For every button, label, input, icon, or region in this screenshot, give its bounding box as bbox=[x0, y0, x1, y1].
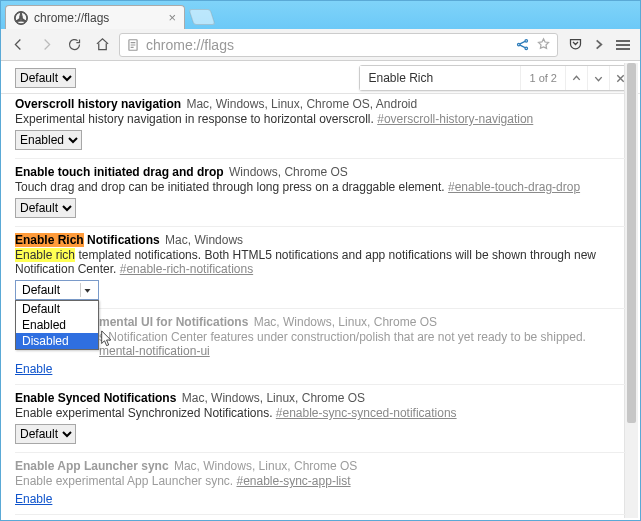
flag-desc: Enable experimental Synchronized Notific… bbox=[15, 406, 626, 420]
browser-tab[interactable]: chrome://flags × bbox=[5, 5, 185, 29]
flag-experimental-notification-ui: mental UI for Notifications Mac, Windows… bbox=[15, 309, 626, 385]
flag-platforms: Mac, Windows, Linux, Chrome OS, Android bbox=[186, 97, 417, 111]
dropdown-toggle[interactable]: Default bbox=[15, 280, 99, 300]
flag-title: Enable Rich Notifications bbox=[15, 233, 160, 247]
top-default-select[interactable]: Default bbox=[15, 68, 76, 88]
top-row: Default 1 of 2 bbox=[1, 61, 640, 94]
flag-title: Enable touch initiated drag and drop bbox=[15, 165, 224, 179]
browser-window: chrome://flags × bbox=[0, 0, 641, 521]
flag-platforms: Mac, Windows bbox=[165, 233, 243, 247]
flag-select-synced-notifications[interactable]: Default bbox=[15, 424, 76, 444]
flag-hash-link[interactable]: #enable-sync-synced-notifications bbox=[276, 406, 457, 420]
svg-point-3 bbox=[518, 43, 521, 46]
url-input[interactable] bbox=[146, 37, 509, 53]
find-in-page-bar: 1 of 2 bbox=[359, 65, 632, 91]
dropdown-list: Default Enabled Disabled bbox=[15, 300, 99, 350]
menu-button[interactable] bbox=[612, 34, 634, 56]
flag-platforms: Mac, Windows, Linux, Chrome OS bbox=[182, 391, 365, 405]
tab-strip: chrome://flags × bbox=[1, 1, 640, 29]
find-count: 1 of 2 bbox=[520, 66, 565, 90]
flag-select-rich-notifications[interactable]: Default Default Enabled Disabled bbox=[15, 280, 626, 300]
extensions-chevron-icon[interactable] bbox=[592, 34, 606, 56]
flag-hash-link[interactable]: mental-notification-ui bbox=[99, 344, 210, 358]
flag-touch-dnd: Enable touch initiated drag and drop Win… bbox=[15, 159, 626, 227]
flag-desc: s Notification Center features under con… bbox=[99, 330, 626, 344]
flag-synced-notifications: Enable Synced Notifications Mac, Windows… bbox=[15, 385, 626, 453]
flag-disable-full-history-sync: Disable full history sync Mac, Windows, … bbox=[15, 515, 626, 520]
flag-hash-link[interactable]: #enable-rich-notifications bbox=[120, 262, 253, 276]
svg-point-5 bbox=[525, 47, 528, 50]
flag-select-touch-dnd[interactable]: Default bbox=[15, 198, 76, 218]
flag-title: Enable App Launcher sync bbox=[15, 459, 169, 473]
home-button[interactable] bbox=[91, 34, 113, 56]
bookmark-star-icon[interactable] bbox=[536, 37, 551, 52]
find-prev-button[interactable] bbox=[565, 66, 587, 90]
flag-desc: Enable experimental App Launcher sync. #… bbox=[15, 474, 626, 488]
flag-rich-notifications: Enable Rich Notifications Mac, Windows E… bbox=[15, 227, 626, 309]
flag-desc: Touch drag and drop can be initiated thr… bbox=[15, 180, 626, 194]
flag-desc: Experimental history navigation in respo… bbox=[15, 112, 626, 126]
dropdown-option-default[interactable]: Default bbox=[16, 301, 98, 317]
svg-point-1 bbox=[20, 16, 22, 18]
flag-app-launcher-sync: Enable App Launcher sync Mac, Windows, L… bbox=[15, 453, 626, 515]
flag-title: Enable Synced Notifications bbox=[15, 391, 176, 405]
flag-hash-link[interactable]: #overscroll-history-navigation bbox=[377, 112, 533, 126]
flag-overscroll: Overscroll history navigation Mac, Windo… bbox=[15, 91, 626, 159]
toolbar bbox=[1, 29, 640, 61]
address-bar[interactable] bbox=[119, 33, 558, 57]
new-tab-button[interactable] bbox=[188, 9, 215, 25]
find-input[interactable] bbox=[360, 66, 520, 90]
flag-platforms: Windows, Chrome OS bbox=[229, 165, 348, 179]
svg-point-4 bbox=[525, 40, 528, 43]
flag-desc: Enable rich templated notifications. Bot… bbox=[15, 248, 626, 276]
back-button[interactable] bbox=[7, 34, 29, 56]
tab-title: chrome://flags bbox=[34, 11, 109, 25]
radiation-icon bbox=[14, 11, 28, 25]
flag-hash-link[interactable]: #enable-sync-app-list bbox=[236, 474, 350, 488]
flag-platforms: Mac, Windows, Linux, Chrome OS bbox=[254, 315, 437, 329]
flag-platforms: Mac, Windows, Linux, Chrome OS bbox=[174, 459, 357, 473]
find-next-button[interactable] bbox=[587, 66, 609, 90]
share-icon[interactable] bbox=[515, 37, 530, 52]
dropdown-option-enabled[interactable]: Enabled bbox=[16, 317, 98, 333]
chevron-down-icon bbox=[80, 283, 94, 297]
flag-hash-link[interactable]: #enable-touch-drag-drop bbox=[448, 180, 580, 194]
flags-content: Overscroll history navigation Mac, Windo… bbox=[1, 91, 640, 520]
dropdown-option-disabled[interactable]: Disabled bbox=[16, 333, 98, 349]
svg-point-0 bbox=[15, 12, 27, 24]
flag-title: mental UI for Notifications bbox=[99, 315, 248, 329]
pocket-icon[interactable] bbox=[564, 34, 586, 56]
page-icon bbox=[126, 38, 140, 52]
flag-title: Overscroll history navigation bbox=[15, 97, 181, 111]
forward-button[interactable] bbox=[35, 34, 57, 56]
tab-close-icon[interactable]: × bbox=[168, 10, 176, 25]
enable-link[interactable]: Enable bbox=[15, 362, 52, 376]
enable-link[interactable]: Enable bbox=[15, 492, 52, 506]
hamburger-icon bbox=[616, 40, 630, 50]
reload-button[interactable] bbox=[63, 34, 85, 56]
flag-select-overscroll[interactable]: Enabled bbox=[15, 130, 82, 150]
